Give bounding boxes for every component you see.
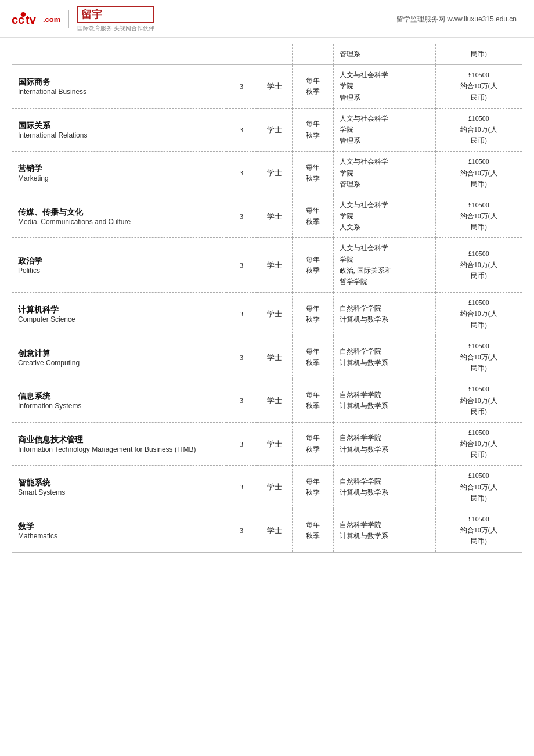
dept-top-text: 管理系: [340, 49, 430, 60]
table-row: 商业信息技术管理 Information Technology Manageme…: [12, 422, 522, 466]
cell-degree-5: 学士: [257, 293, 293, 336]
program-en-7: Information Systems: [18, 402, 220, 410]
site-info: 留学监理服务网 www.liuxue315.edu.cn: [396, 15, 517, 24]
cell-dept-4: 人文与社会科学学院政治, 国际关系和哲学学院: [333, 238, 435, 293]
cell-program-9: 智能系统 Smart Systems: [12, 466, 226, 509]
dept-4: 人文与社会科学学院政治, 国际关系和哲学学院: [340, 243, 430, 287]
cell-program-3: 传媒、传播与文化 Media, Communications and Cultu…: [12, 195, 226, 238]
cell-program-6: 创意计算 Creative Computing: [12, 336, 226, 379]
cell-degree-1: 学士: [257, 108, 293, 152]
cell-program-top: [12, 44, 226, 65]
program-en-0: International Business: [18, 88, 220, 96]
program-en-6: Creative Computing: [18, 359, 220, 367]
fee-4: £10500约合10万(人民币): [442, 249, 516, 282]
cell-intake-8: 每年秋季: [293, 422, 333, 466]
intake-3: 每年秋季: [298, 205, 327, 227]
dept-2: 人文与社会科学学院管理系: [340, 156, 430, 190]
cell-intake-0: 每年秋季: [293, 65, 333, 109]
cell-program-8: 商业信息技术管理 Information Technology Manageme…: [12, 422, 226, 466]
logo-subtitle-text: 国际教育服务·央视网合作伙伴: [77, 24, 154, 33]
cell-degree-4: 学士: [257, 238, 293, 293]
fee-0: £10500约合10万(人民币): [442, 70, 516, 103]
cell-fee-10: £10500约合10万(人民币): [435, 509, 522, 553]
cell-intake-5: 每年秋季: [293, 293, 333, 336]
intake-4: 每年秋季: [298, 254, 327, 276]
logo-com-text: .com: [43, 15, 60, 24]
dept-8: 自然科学学院计算机与数学系: [340, 433, 430, 455]
logo-lianyu-block: 留宇 国际教育服务·央视网合作伙伴: [77, 6, 154, 33]
program-zh-1: 国际关系: [18, 121, 220, 131]
cell-degree-top: [257, 44, 293, 65]
cell-program-2: 营销学 Marketing: [12, 152, 226, 195]
dept-5: 自然科学学院计算机与数学系: [340, 303, 430, 325]
program-en-5: Computer Science: [18, 315, 220, 323]
program-en-10: Mathematics: [18, 532, 220, 540]
cell-fee-0: £10500约合10万(人民币): [435, 65, 522, 109]
dept-7: 自然科学学院计算机与数学系: [340, 390, 430, 412]
cell-years-6: 3: [226, 336, 257, 379]
cell-fee-7: £10500约合10万(人民币): [435, 379, 522, 423]
cell-fee-9: £10500约合10万(人民币): [435, 466, 522, 509]
cell-dept-9: 自然科学学院计算机与数学系: [333, 466, 435, 509]
program-zh-0: 国际商务: [18, 77, 220, 88]
cell-program-4: 政治学 Politics: [12, 238, 226, 293]
intake-10: 每年秋季: [298, 520, 327, 542]
cell-dept-3: 人文与社会科学学院人文系: [333, 195, 435, 238]
cctv-logo: cc tv .com: [12, 11, 60, 27]
cell-years-8: 3: [226, 422, 257, 466]
cell-fee-1: £10500约合10万(人民币): [435, 108, 522, 152]
fee-5: £10500约合10万(人民币): [442, 297, 516, 331]
fee-7: £10500约合10万(人民币): [442, 384, 516, 417]
cell-fee-4: £10500约合10万(人民币): [435, 238, 522, 293]
program-zh-8: 商业信息技术管理: [18, 435, 220, 445]
cell-years-top: [226, 44, 257, 65]
cell-intake-4: 每年秋季: [293, 238, 333, 293]
fee-10: £10500约合10万(人民币): [442, 514, 516, 548]
cell-dept-2: 人文与社会科学学院管理系: [333, 152, 435, 195]
table-row: 信息系统 Information Systems 3 学士 每年秋季 自然科学学…: [12, 379, 522, 423]
cell-fee-top: 民币): [435, 44, 522, 65]
intake-6: 每年秋季: [298, 346, 327, 368]
cell-years-3: 3: [226, 195, 257, 238]
logo-divider: [68, 10, 69, 28]
cell-years-0: 3: [226, 65, 257, 109]
cell-degree-8: 学士: [257, 422, 293, 466]
header: cc tv .com 留宇 国际教育服务·央视网合作伙伴 留学监理服务网 www…: [0, 0, 534, 38]
table-row: 计算机科学 Computer Science 3 学士 每年秋季 自然科学学院计…: [12, 293, 522, 336]
cell-fee-6: £10500约合10万(人民币): [435, 336, 522, 379]
cell-intake-10: 每年秋季: [293, 509, 333, 553]
cell-program-10: 数学 Mathematics: [12, 509, 226, 553]
cell-program-7: 信息系统 Information Systems: [12, 379, 226, 423]
fee-1: £10500约合10万(人民币): [442, 113, 516, 147]
table-row: 营销学 Marketing 3 学士 每年秋季 人文与社会科学学院管理系 £10…: [12, 152, 522, 195]
intake-5: 每年秋季: [298, 303, 327, 325]
cell-degree-0: 学士: [257, 65, 293, 109]
intake-1: 每年秋季: [298, 118, 327, 141]
svg-text:tv: tv: [26, 13, 37, 26]
intake-9: 每年秋季: [298, 476, 327, 498]
cell-degree-3: 学士: [257, 195, 293, 238]
program-zh-10: 数学: [18, 521, 220, 532]
intake-7: 每年秋季: [298, 390, 327, 412]
cell-degree-6: 学士: [257, 336, 293, 379]
cell-fee-2: £10500约合10万(人民币): [435, 152, 522, 195]
cell-intake-7: 每年秋季: [293, 379, 333, 423]
program-en-4: Politics: [18, 267, 220, 275]
program-zh-6: 创意计算: [18, 348, 220, 359]
cell-degree-9: 学士: [257, 466, 293, 509]
intake-0: 每年秋季: [298, 75, 327, 98]
fee-3: £10500约合10万(人民币): [442, 200, 516, 233]
cell-degree-10: 学士: [257, 509, 293, 553]
cell-intake-2: 每年秋季: [293, 152, 333, 195]
cell-years-1: 3: [226, 108, 257, 152]
cell-program-1: 国际关系 International Relations: [12, 108, 226, 152]
cell-years-7: 3: [226, 379, 257, 423]
fee-8: £10500约合10万(人民币): [442, 427, 516, 461]
intake-2: 每年秋季: [298, 162, 327, 184]
cell-dept-1: 人文与社会科学学院管理系: [333, 108, 435, 152]
cell-years-5: 3: [226, 293, 257, 336]
main-content: 管理系 民币) 国际商务 International Business 3 学士…: [0, 38, 534, 570]
program-zh-9: 智能系统: [18, 478, 220, 488]
cell-dept-7: 自然科学学院计算机与数学系: [333, 379, 435, 423]
page-wrapper: cc tv .com 留宇 国际教育服务·央视网合作伙伴 留学监理服务网 www…: [0, 0, 534, 756]
